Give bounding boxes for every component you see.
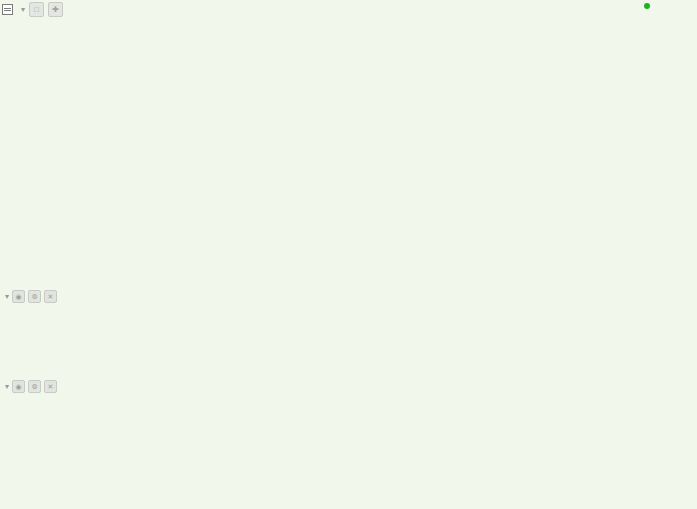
gear-icon[interactable]: ⚙ xyxy=(28,380,41,393)
realtime-dot-icon xyxy=(644,3,650,9)
close-icon[interactable]: ✕ xyxy=(44,380,57,393)
chart-menu-icon[interactable] xyxy=(2,4,13,15)
realtime-badge xyxy=(644,3,653,9)
chart-canvas[interactable] xyxy=(0,0,697,509)
macd-legend: ▾ ◉ ⚙ ✕ xyxy=(2,380,63,393)
eye-icon[interactable]: ◉ xyxy=(12,290,25,303)
add-compare-icon[interactable]: ✚ xyxy=(48,2,63,17)
gear-icon[interactable]: ⚙ xyxy=(28,290,41,303)
stoch-rsi-legend: ▾ ◉ ⚙ ✕ xyxy=(2,290,69,303)
chart-header: ▾ □ ✚ xyxy=(2,2,75,17)
chevron-down-icon[interactable]: ▾ xyxy=(21,5,25,14)
eye-icon[interactable]: ◉ xyxy=(12,380,25,393)
trading-chart-window: ▾ □ ✚ ▾ ◉ ⚙ ✕ ▾ ◉ ⚙ ✕ xyxy=(0,0,697,509)
ohlc-toggle-icon[interactable]: □ xyxy=(29,2,44,17)
chevron-down-icon[interactable]: ▾ xyxy=(5,292,9,301)
close-icon[interactable]: ✕ xyxy=(44,290,57,303)
chevron-down-icon[interactable]: ▾ xyxy=(5,382,9,391)
